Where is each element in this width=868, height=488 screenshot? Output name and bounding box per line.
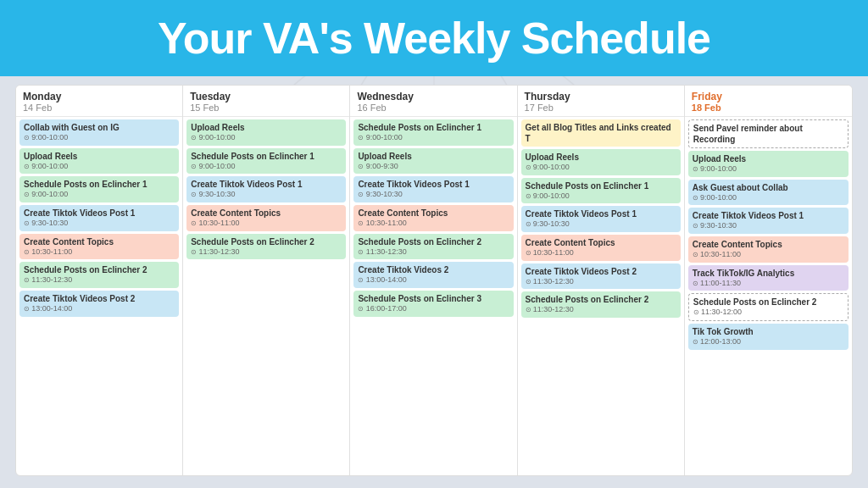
list-item[interactable]: Create Content Topics10:30-11:00: [353, 205, 513, 231]
event-title: Upload Reels: [693, 153, 844, 164]
list-item[interactable]: Create Content Topics10:30-11:00: [19, 234, 179, 260]
event-title: Schedule Posts on Eclincher 2: [693, 297, 843, 308]
event-title: Create Tiktok Videos Post 2: [24, 293, 175, 304]
event-time: 9:30-10:30: [24, 219, 175, 229]
list-item[interactable]: Ask Guest about Collab9:00-10:00: [688, 180, 849, 206]
day-column-friday: Friday18 FebSend Pavel reminder about Re…: [685, 86, 852, 475]
list-item[interactable]: Schedule Posts on Eclincher 19:00-10:00: [186, 148, 346, 175]
event-title: Tik Tok Growth: [693, 326, 844, 337]
event-time: 11:30-12:30: [526, 277, 676, 287]
day-name-wednesday: Wednesday: [357, 91, 509, 103]
event-time: 11:30-12:30: [526, 305, 676, 315]
list-item[interactable]: Schedule Posts on Eclincher 19:00-10:00: [353, 119, 513, 146]
event-time: 12:00-13:00: [693, 337, 844, 347]
list-item[interactable]: Create Tiktok Videos Post 213:00-14:00: [19, 291, 179, 317]
event-time: 11:00-11:30: [693, 279, 844, 289]
list-item[interactable]: Schedule Posts on Eclincher 211:30-12:30: [521, 291, 681, 318]
event-time: 9:00-10:00: [24, 190, 175, 200]
event-time: 10:30-11:00: [191, 219, 342, 229]
list-item[interactable]: Create Content Topics10:30-11:00: [186, 205, 346, 231]
day-date-monday: 14 Feb: [23, 103, 175, 113]
list-item[interactable]: Schedule Posts on Eclincher 19:00-10:00: [19, 176, 179, 202]
day-date-tuesday: 15 Feb: [190, 103, 342, 113]
list-item[interactable]: Collab with Guest on IG9:00-10:00: [19, 119, 179, 146]
event-title: Create Tiktok Videos Post 2: [526, 266, 676, 277]
calendar-grid: Monday14 FebCollab with Guest on IG9:00-…: [16, 86, 852, 475]
list-item[interactable]: Upload Reels9:00-10:00: [521, 149, 681, 175]
event-title: Create Tiktok Videos Post 1: [358, 179, 509, 190]
list-item[interactable]: Send Pavel reminder about Recording: [688, 119, 849, 148]
list-item[interactable]: Create Tiktok Videos Post 19:30-10:30: [521, 206, 681, 232]
event-title: Upload Reels: [24, 151, 175, 162]
day-name-monday: Monday: [23, 91, 175, 103]
event-title: Schedule Posts on Eclincher 1: [24, 179, 175, 190]
page-title: Your VA's Weekly Schedule: [158, 13, 710, 64]
event-time: 9:30-10:30: [526, 219, 676, 230]
event-time: 9:00-10:00: [693, 164, 844, 175]
list-item[interactable]: Create Tiktok Videos Post 19:30-10:30: [353, 176, 513, 202]
event-time: 13:00-14:00: [358, 275, 509, 286]
list-item[interactable]: Upload Reels9:00-9:30: [353, 148, 513, 175]
list-item[interactable]: Tik Tok Growth12:00-13:00: [688, 324, 849, 350]
event-title: Schedule Posts on Eclincher 1: [358, 122, 509, 133]
event-time: 11:30-12:30: [358, 247, 509, 258]
event-time: 11:30-12:00: [693, 308, 843, 318]
event-title: Schedule Posts on Eclincher 3: [358, 293, 509, 304]
event-time: 9:00-10:00: [693, 193, 844, 203]
event-title: Create Tiktok Videos Post 1: [526, 208, 676, 219]
event-time: 10:30-11:00: [24, 247, 175, 258]
event-time: 9:30-10:30: [358, 190, 509, 200]
day-header-tuesday: Tuesday15 Feb: [183, 86, 349, 117]
event-title: Send Pavel reminder about Recording: [693, 123, 843, 145]
event-time: 13:00-14:00: [24, 304, 175, 314]
event-title: Schedule Posts on Eclincher 2: [191, 236, 342, 247]
list-item[interactable]: Get all Blog Titles and Links created T: [521, 119, 681, 147]
page-header: Your VA's Weekly Schedule: [0, 0, 868, 76]
event-title: Upload Reels: [191, 122, 342, 133]
list-item[interactable]: Schedule Posts on Eclincher 316:00-17:00: [353, 291, 513, 317]
day-column-thursday: Thursday17 FebGet all Blog Titles and Li…: [518, 86, 685, 475]
event-title: Schedule Posts on Eclincher 2: [526, 294, 676, 305]
list-item[interactable]: Track TikTok/IG Analytics11:00-11:30: [688, 265, 849, 291]
day-date-friday: 18 Feb: [692, 103, 845, 113]
list-item[interactable]: Schedule Posts on Eclincher 211:30-12:30: [186, 234, 346, 260]
list-item[interactable]: Upload Reels9:00-10:00: [688, 151, 849, 177]
day-header-wednesday: Wednesday16 Feb: [350, 86, 516, 117]
day-events-tuesday: Upload Reels9:00-10:00Schedule Posts on …: [183, 117, 349, 475]
event-title: Ask Guest about Collab: [693, 182, 844, 193]
event-time: 9:00-10:00: [191, 162, 342, 172]
calendar-container: Monday14 FebCollab with Guest on IG9:00-…: [15, 85, 853, 476]
list-item[interactable]: Create Tiktok Videos Post 19:30-10:30: [19, 205, 179, 231]
event-time: 10:30-11:00: [526, 248, 676, 258]
day-events-monday: Collab with Guest on IG9:00-10:00Upload …: [16, 117, 182, 475]
day-date-thursday: 17 Feb: [525, 103, 677, 113]
list-item[interactable]: Schedule Posts on Eclincher 211:30-12:30: [353, 234, 513, 260]
list-item[interactable]: Create Tiktok Videos Post 211:30-12:30: [521, 263, 681, 290]
day-name-friday: Friday: [692, 91, 845, 103]
event-time: 9:00-10:00: [358, 133, 509, 143]
list-item[interactable]: Schedule Posts on Eclincher 211:30-12:00: [688, 293, 849, 321]
list-item[interactable]: Create Content Topics10:30-11:00: [521, 235, 681, 261]
event-title: Create Content Topics: [358, 208, 509, 219]
event-title: Upload Reels: [526, 152, 676, 163]
event-title: Schedule Posts on Eclincher 1: [526, 180, 676, 191]
list-item[interactable]: Schedule Posts on Eclincher 19:00-10:00: [521, 178, 681, 204]
event-title: Schedule Posts on Eclincher 2: [24, 264, 175, 275]
list-item[interactable]: Create Content Topics10:30-11:00: [688, 236, 849, 263]
list-item[interactable]: Schedule Posts on Eclincher 211:30-12:30: [19, 262, 179, 288]
list-item[interactable]: Create Tiktok Videos 213:00-14:00: [353, 262, 513, 288]
event-time: 10:30-11:00: [358, 219, 509, 229]
day-column-tuesday: Tuesday15 FebUpload Reels9:00-10:00Sched…: [183, 86, 350, 475]
event-time: 9:00-10:00: [526, 163, 676, 173]
list-item[interactable]: Create Tiktok Videos Post 19:30-10:30: [186, 176, 346, 202]
event-title: Get all Blog Titles and Links created T: [526, 122, 676, 144]
day-events-friday: Send Pavel reminder about RecordingUploa…: [685, 117, 852, 475]
event-time: 9:00-10:00: [24, 162, 175, 172]
list-item[interactable]: Create Tiktok Videos Post 19:30-10:30: [688, 208, 849, 234]
event-time: 11:30-12:30: [191, 247, 342, 258]
event-time: 9:30-10:30: [191, 190, 342, 200]
list-item[interactable]: Upload Reels9:00-10:00: [19, 148, 179, 175]
event-time: 9:00-10:00: [24, 133, 175, 143]
list-item[interactable]: Upload Reels9:00-10:00: [186, 119, 346, 146]
event-title: Schedule Posts on Eclincher 1: [191, 151, 342, 162]
